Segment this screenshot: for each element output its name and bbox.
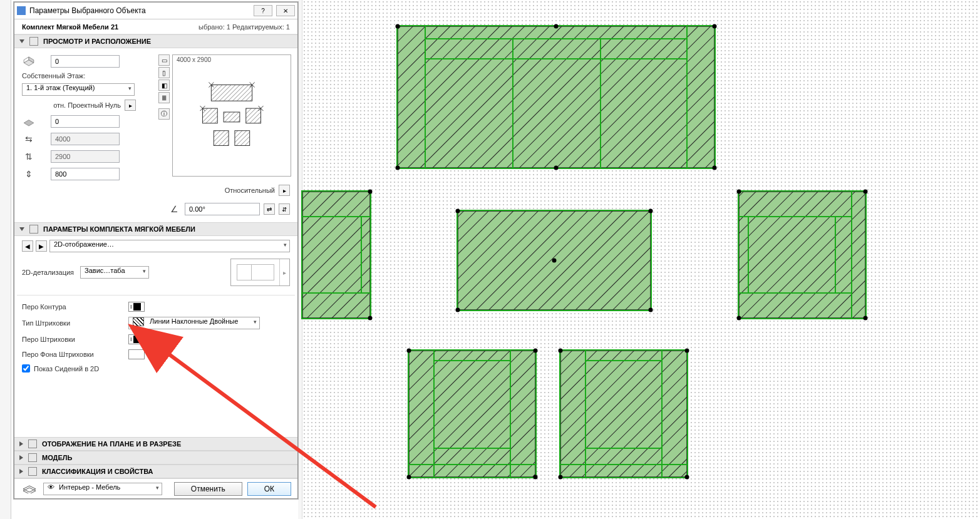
eye-icon: 👁 [48,483,54,491]
svg-point-12 [713,24,717,29]
dim-y-icon: ⇅ [22,150,36,163]
hatch-pen-swatch[interactable]: I [128,334,145,344]
dim-x-icon: ⇆ [22,132,36,146]
detail-preview-next[interactable]: ▸ [279,259,289,285]
svg-point-62 [685,475,689,480]
layer-icon [21,482,38,496]
shape-sofa [396,24,717,170]
svg-point-29 [368,316,373,321]
preview-mode-2d[interactable]: ▭ [158,54,170,66]
svg-point-60 [685,349,689,353]
contour-pen-label: Перо Контура [22,303,128,311]
angle-input[interactable] [185,203,260,215]
svg-point-49 [534,349,538,353]
dim-x-input [51,133,120,145]
svg-point-11 [554,24,559,29]
dialog-title: Параметры Выбранного Объекта [29,6,146,15]
canvas-svg [302,0,980,519]
svg-point-39 [737,316,741,321]
preview-mode-info[interactable]: ⓘ [158,108,170,120]
svg-point-40 [864,316,868,321]
svg-point-22 [552,259,557,263]
svg-rect-23 [302,192,370,318]
mirror-y-button[interactable]: ⇵ [279,203,290,215]
section-object-params[interactable]: ПАРАМЕТРЫ КОМПЛЕКТА МЯГКОЙ МЕБЕЛИ [14,222,297,236]
hatch-type-select[interactable]: Линии Наклонные Двойные [128,317,260,329]
dim-y-input [51,150,120,163]
svg-marker-83 [23,488,36,493]
svg-rect-41 [409,351,535,477]
svg-rect-73 [235,131,250,146]
section-params-label: ПАРАМЕТРЫ КОМПЛЕКТА МЯГКОЙ МЕБЕЛИ [43,225,195,233]
svg-point-51 [534,475,538,480]
section-classif-label: КЛАССИФИКАЦИЯ И СВОЙСТВА [42,468,153,475]
section-plan-section[interactable]: ОТОБРАЖЕНИЕ НА ПЛАНЕ И В РАЗРЕЗЕ [14,437,297,451]
hatch-type-label: Тип Штриховки [22,319,128,327]
shape-table [456,209,653,312]
angle-flyout[interactable]: ▸ [279,185,290,196]
section-icon [29,37,38,46]
show-seats-label: Показ Сидений в 2D [34,365,99,373]
svg-point-59 [559,349,563,353]
show-seats-checkbox[interactable] [22,364,30,373]
detail-select[interactable]: Завис…таба [80,266,149,279]
own-story-select[interactable]: 1. 1-й этаж (Текущий) [22,83,135,96]
section-classification[interactable]: КЛАССИФИКАЦИЯ И СВОЙСТВА [14,465,297,478]
z-bottom-input[interactable] [51,115,120,128]
dim-z-input[interactable] [51,168,120,180]
svg-point-48 [407,349,411,353]
preview-mode-front[interactable]: ▯ [158,67,170,78]
detail-preview [231,259,279,285]
ref-level-label: отн. Проектный Нуль [53,101,121,109]
z-top-input[interactable] [51,55,120,68]
section-icon [28,467,37,476]
shape-armchair-bottom-right [559,349,689,480]
angle-label: Относительный [225,187,275,194]
app-icon [17,6,26,15]
section-preview-placement[interactable]: ПРОСМОТР И РАСПОЛОЖЕНИЕ [14,34,297,48]
svg-point-18 [456,209,460,213]
window-close-button[interactable]: ✕ [276,5,295,16]
hatch-bg-pen-label: Перо Фона Штриховки [22,351,128,358]
angle-icon: ∠ [167,202,181,216]
svg-rect-2 [398,26,714,168]
svg-point-61 [559,475,563,480]
own-story-label: Собственный Этаж: [22,72,147,80]
shape-armchair-right [737,190,868,321]
hatch-swatch-icon [133,317,144,326]
page-next-button[interactable]: ▶ [36,240,47,252]
svg-point-21 [649,308,653,312]
section-icon [29,225,38,234]
dim-z-icon: ⇕ [22,167,36,181]
ref-level-flyout[interactable]: ▸ [125,100,136,111]
cube-top-icon [22,54,36,68]
cube-bottom-icon [22,115,36,128]
section-model[interactable]: МОДЕЛЬ [14,451,297,465]
preview-mode-list[interactable]: ≣ [158,92,170,103]
layer-select[interactable]: 👁 Интерьер - Мебель [43,483,162,495]
selection-summary: ыбрано: 1 Редактируемых: 1 [199,23,290,31]
svg-rect-52 [560,351,687,477]
section-model-label: МОДЕЛЬ [42,454,72,461]
preview-mode-3d[interactable]: ◧ [158,80,170,91]
section-icon [28,439,37,448]
object-name: Комплект Мягкой Мебели 21 [22,23,118,31]
page-prev-button[interactable]: ◀ [22,240,33,252]
drawing-canvas[interactable] [302,0,980,519]
section-icon [28,453,37,462]
svg-point-14 [554,166,559,170]
svg-point-37 [737,190,741,194]
window-help-button[interactable]: ? [254,5,272,16]
hatch-bg-pen-swatch[interactable] [128,349,145,359]
svg-point-13 [396,166,400,170]
dialog-titlebar[interactable]: Параметры Выбранного Объекта ? ✕ [14,3,297,19]
cancel-button[interactable]: Отменить [174,482,242,496]
svg-point-10 [396,24,400,29]
detail-label: 2D-детализация [22,269,74,276]
ok-button[interactable]: ОК [247,482,291,496]
mirror-x-button[interactable]: ⇄ [264,203,275,215]
object-settings-dialog: Параметры Выбранного Объекта ? ✕ Комплек… [14,2,298,499]
contour-pen-swatch[interactable]: I [128,302,145,312]
shape-armchair-left [302,190,373,321]
page-select[interactable]: 2D-отображение… [49,240,290,252]
